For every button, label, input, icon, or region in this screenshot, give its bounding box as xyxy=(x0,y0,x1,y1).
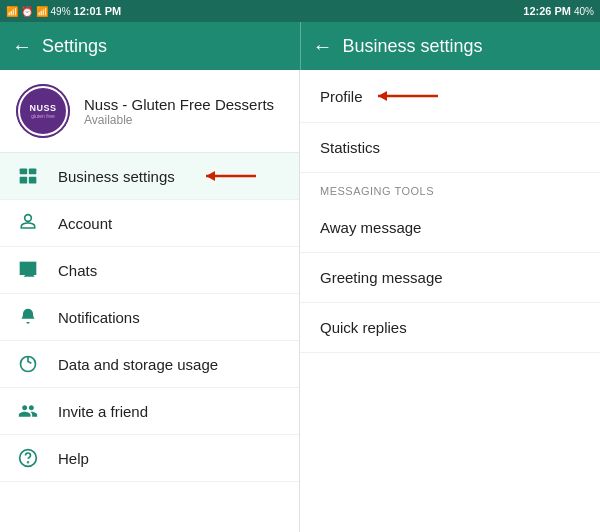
time-right: 12:26 PM xyxy=(523,5,571,17)
help-icon xyxy=(16,448,40,468)
quick-replies-label: Quick replies xyxy=(320,319,407,336)
help-label: Help xyxy=(58,450,89,467)
profile-label: Profile xyxy=(320,88,363,105)
status-bar-left: 📶 ⏰ 📶 49% 12:01 PM xyxy=(0,0,300,22)
battery-right: 40% xyxy=(574,6,594,17)
right-panel-title: Business settings xyxy=(343,36,483,57)
account-label: Account xyxy=(58,215,112,232)
svg-rect-0 xyxy=(20,169,28,175)
status-icons-left: 📶 ⏰ 📶 xyxy=(6,6,48,17)
svg-marker-5 xyxy=(206,171,215,181)
profile-name: Nuss - Gluten Free Desserts xyxy=(84,96,283,113)
invite-friend-label: Invite a friend xyxy=(58,403,148,420)
left-panel-title: Settings xyxy=(42,36,107,57)
app-bars: ← Settings ← Business settings xyxy=(0,22,600,70)
menu-item-help[interactable]: Help xyxy=(0,435,299,482)
left-app-bar: ← Settings xyxy=(0,22,300,70)
notifications-label: Notifications xyxy=(58,309,140,326)
notifications-icon xyxy=(16,307,40,327)
svg-rect-2 xyxy=(20,177,28,184)
profile-red-arrow xyxy=(373,86,443,106)
business-settings-arrow xyxy=(201,166,261,186)
right-menu-item-statistics[interactable]: Statistics xyxy=(300,123,600,173)
statistics-label: Statistics xyxy=(320,139,380,156)
menu-item-invite-friend[interactable]: Invite a friend xyxy=(0,388,299,435)
time-left: 12:01 PM xyxy=(74,5,122,17)
away-message-label: Away message xyxy=(320,219,421,236)
profile-info: Nuss - Gluten Free Desserts Available xyxy=(84,96,283,127)
right-menu-item-profile[interactable]: Profile xyxy=(300,70,600,123)
svg-marker-10 xyxy=(378,91,387,101)
profile-header[interactable]: NUSS gluten free Nuss - Gluten Free Dess… xyxy=(0,70,299,153)
avatar: NUSS gluten free xyxy=(16,84,70,138)
right-panel: Profile Statistics MESSAGING TOOLS Away … xyxy=(300,70,600,532)
right-back-button[interactable]: ← xyxy=(313,35,333,58)
menu-item-chats[interactable]: Chats xyxy=(0,247,299,294)
menu-item-data-storage[interactable]: Data and storage usage xyxy=(0,341,299,388)
svg-rect-1 xyxy=(29,169,37,175)
right-menu-item-away-message[interactable]: Away message xyxy=(300,203,600,253)
data-storage-icon xyxy=(16,354,40,374)
profile-status: Available xyxy=(84,113,283,127)
menu-item-notifications[interactable]: Notifications xyxy=(0,294,299,341)
chats-label: Chats xyxy=(58,262,97,279)
chats-icon xyxy=(16,260,40,280)
messaging-tools-header: MESSAGING TOOLS xyxy=(300,173,600,203)
data-storage-label: Data and storage usage xyxy=(58,356,218,373)
business-settings-icon xyxy=(16,166,40,186)
greeting-message-label: Greeting message xyxy=(320,269,443,286)
main-content: NUSS gluten free Nuss - Gluten Free Dess… xyxy=(0,70,600,532)
battery-left: 49% xyxy=(51,6,71,17)
right-app-bar: ← Business settings xyxy=(301,22,601,70)
right-menu-item-quick-replies[interactable]: Quick replies xyxy=(300,303,600,353)
svg-rect-3 xyxy=(29,177,37,184)
menu-item-account[interactable]: Account xyxy=(0,200,299,247)
svg-point-8 xyxy=(28,462,29,463)
account-icon xyxy=(16,213,40,233)
left-back-button[interactable]: ← xyxy=(12,35,32,58)
left-panel: NUSS gluten free Nuss - Gluten Free Dess… xyxy=(0,70,300,532)
invite-friend-icon xyxy=(16,401,40,421)
business-settings-label: Business settings xyxy=(58,168,175,185)
status-bars: 📶 ⏰ 📶 49% 12:01 PM 12:26 PM 40% xyxy=(0,0,600,22)
menu-item-business-settings[interactable]: Business settings xyxy=(0,153,299,200)
right-menu-item-greeting-message[interactable]: Greeting message xyxy=(300,253,600,303)
status-bar-right: 12:26 PM 40% xyxy=(300,0,600,22)
